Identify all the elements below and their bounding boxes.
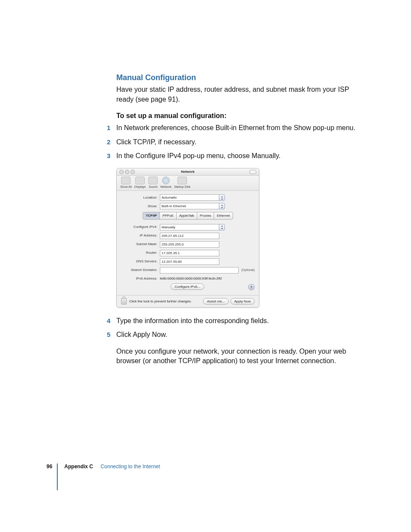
appendix-title: Connecting to the Internet bbox=[100, 464, 160, 470]
ip-address-label: IP Address: bbox=[121, 233, 160, 238]
stepper-icon[interactable] bbox=[219, 203, 225, 209]
router-label: Router: bbox=[121, 250, 160, 255]
toolbar-label: Show All bbox=[120, 185, 132, 189]
steps-list-a: In Network preferences, choose Built-in … bbox=[116, 123, 358, 161]
minimize-icon[interactable] bbox=[125, 170, 129, 174]
network-icon bbox=[162, 177, 170, 184]
toolbar-sound[interactable]: Sound bbox=[147, 177, 159, 189]
page-footer: 96 Appendix C Connecting to the Internet bbox=[47, 464, 160, 470]
show-all-icon bbox=[121, 177, 131, 184]
tab-proxies[interactable]: Proxies bbox=[197, 212, 215, 219]
lock-icon[interactable] bbox=[121, 298, 127, 305]
configure-ipv6-button[interactable]: Configure IPv6... bbox=[171, 283, 204, 290]
step-item: Type the information into the correspond… bbox=[116, 316, 358, 326]
router-field[interactable]: 17.205.35.1 bbox=[160, 250, 219, 256]
lock-text: Click the lock to prevent further change… bbox=[129, 299, 200, 304]
toolbar-displays[interactable]: Displays bbox=[134, 177, 146, 189]
section-heading: Manual Configuration bbox=[116, 72, 358, 83]
stepper-icon[interactable] bbox=[219, 194, 225, 201]
optional-label: (Optional) bbox=[241, 268, 255, 272]
ip-address-field[interactable]: 205.27.85.112 bbox=[160, 233, 219, 239]
tab-appletalk[interactable]: AppleTalk bbox=[176, 212, 197, 219]
window-title: Network bbox=[181, 170, 195, 174]
show-label: Show: bbox=[121, 204, 160, 208]
toolbar-startup-disk[interactable]: Startup Disk bbox=[173, 177, 191, 189]
sub-heading: To set up a manual configuration: bbox=[116, 111, 358, 121]
tab-tcpip[interactable]: TCP/IP bbox=[143, 212, 160, 219]
toolbar-label: Sound bbox=[149, 185, 157, 189]
tab-ethernet[interactable]: Ethernet bbox=[214, 212, 233, 219]
window-titlebar: Network bbox=[117, 168, 259, 176]
toolbar-show-all[interactable]: Show All bbox=[119, 177, 133, 189]
apply-now-button[interactable]: Apply Now bbox=[230, 298, 255, 305]
sound-icon bbox=[148, 177, 158, 184]
startup-disk-icon bbox=[177, 177, 187, 184]
intro-paragraph: Have your static IP address, router addr… bbox=[116, 85, 358, 104]
close-icon[interactable] bbox=[119, 170, 124, 174]
location-popup[interactable]: Automatic bbox=[160, 194, 219, 201]
ipv6-address-label: IPv6 Address: bbox=[121, 276, 160, 281]
tab-pppoe[interactable]: PPPoE bbox=[159, 212, 177, 219]
toolbar-label: Network bbox=[160, 185, 171, 189]
margin-rule bbox=[57, 464, 58, 490]
search-domains-field[interactable] bbox=[160, 267, 239, 274]
toolbar-label: Displays bbox=[134, 185, 146, 189]
toolbar-network[interactable]: Network bbox=[159, 177, 172, 189]
help-icon[interactable]: ? bbox=[248, 284, 255, 290]
zoom-icon[interactable] bbox=[131, 170, 135, 174]
search-domains-label: Search Domains: bbox=[121, 268, 160, 272]
prefs-toolbar: Show All Displays Sound Network Startup … bbox=[117, 176, 259, 191]
configure-ipv4-popup[interactable]: Manually bbox=[160, 224, 219, 230]
displays-icon bbox=[135, 177, 145, 184]
location-label: Location: bbox=[121, 195, 160, 200]
outro-paragraph: Once you configure your network, your co… bbox=[116, 347, 358, 366]
toolbar-toggle-icon[interactable] bbox=[249, 170, 256, 174]
steps-list-b: Type the information into the correspond… bbox=[116, 316, 358, 340]
tab-bar: TCP/IP PPPoE AppleTalk Proxies Ethernet bbox=[121, 212, 255, 219]
step-item: Click TCP/IP, if necessary. bbox=[116, 137, 358, 147]
subnet-mask-label: Subnet Mask: bbox=[121, 242, 160, 246]
subnet-mask-field[interactable]: 255.255.255.0 bbox=[160, 241, 219, 248]
configure-ipv4-label: Configure IPv4: bbox=[121, 224, 160, 229]
stepper-icon[interactable] bbox=[219, 224, 225, 230]
dns-servers-label: DNS Servers: bbox=[121, 259, 160, 264]
network-prefs-window: Network Show All Displays Sound bbox=[116, 168, 259, 308]
step-item: In Network preferences, choose Built-in … bbox=[116, 123, 358, 133]
show-popup[interactable]: Built-in Ethernet bbox=[160, 203, 219, 209]
toolbar-label: Startup Disk bbox=[174, 185, 190, 189]
step-item: In the Configure IPv4 pop-up menu, choos… bbox=[116, 151, 358, 161]
ipv6-address-value: fe80:0000:0000:0000:0000:93ff:fedb:2ff2 bbox=[160, 276, 222, 281]
appendix-label: Appendix C bbox=[64, 464, 93, 470]
page-number: 96 bbox=[47, 464, 52, 470]
assist-me-button[interactable]: Assist me... bbox=[203, 298, 228, 305]
dns-servers-field[interactable]: 12.207.55.80 bbox=[160, 258, 219, 265]
traffic-lights[interactable] bbox=[119, 170, 135, 174]
step-item: Click Apply Now. bbox=[116, 330, 358, 339]
